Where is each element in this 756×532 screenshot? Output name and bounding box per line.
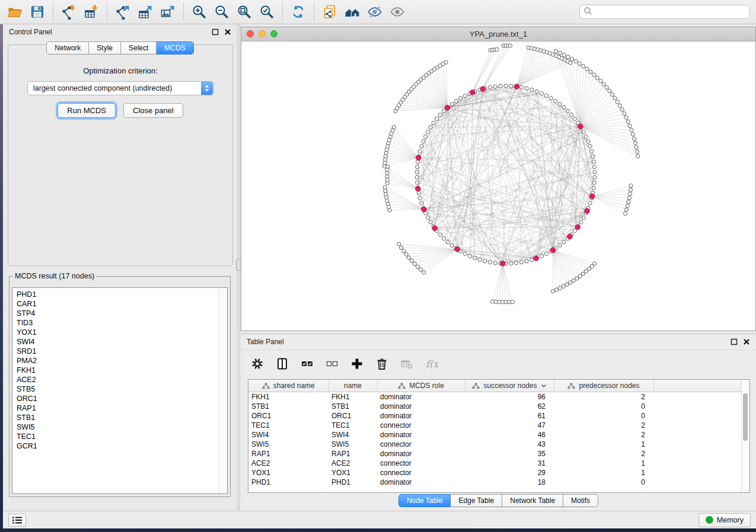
result-list-scrollbar[interactable] (218, 289, 227, 493)
table-cell[interactable]: 46 (465, 430, 554, 440)
table-cell[interactable]: STB1 (248, 402, 328, 411)
table-cell[interactable]: TEC1 (248, 421, 328, 430)
table-cell[interactable]: 96 (465, 392, 554, 402)
criterion-dropdown[interactable]: largest connected component (undirected) (27, 81, 213, 95)
table-cell[interactable]: dominator (377, 402, 465, 411)
table-cell[interactable]: 43 (465, 440, 554, 449)
zoom-selected-button[interactable] (256, 2, 278, 22)
mcds-result-item[interactable]: ACE2 (17, 375, 227, 384)
table-cell[interactable]: ORC1 (248, 411, 328, 421)
export-image-button[interactable] (157, 2, 179, 22)
search-box[interactable] (579, 5, 750, 19)
table-cell[interactable]: 2 (554, 449, 653, 459)
import-network-button[interactable] (58, 2, 80, 22)
table-cell[interactable]: ORC1 (328, 411, 377, 421)
mcds-result-item[interactable]: YOX1 (17, 328, 227, 337)
table-cell[interactable]: RAP1 (328, 449, 377, 459)
table-scrollbar[interactable] (741, 392, 749, 492)
column-header-predecessor-nodes[interactable]: predecessor nodes (554, 380, 653, 392)
table-cell[interactable]: SWI5 (248, 440, 328, 449)
mcds-result-item[interactable]: CAR1 (17, 299, 227, 309)
table-cell[interactable]: 0 (554, 477, 653, 487)
zoom-fit-button[interactable] (233, 2, 256, 22)
mcds-result-item[interactable]: RAP1 (17, 403, 227, 413)
table-cell[interactable]: FKH1 (248, 392, 328, 402)
mcds-result-item[interactable]: TID3 (17, 318, 227, 328)
open-file-button[interactable] (4, 2, 26, 22)
close-panel-icon[interactable] (224, 28, 231, 36)
network-canvas[interactable] (241, 41, 755, 331)
table-cell[interactable]: dominator (377, 392, 465, 402)
close-panel-button[interactable]: Close panel (123, 103, 183, 118)
tab-select[interactable]: Select (121, 41, 157, 55)
refresh-button[interactable] (287, 2, 310, 22)
network-graph[interactable] (241, 41, 755, 331)
table-cell[interactable]: connector (377, 459, 465, 468)
table-cell[interactable]: 1 (554, 440, 653, 449)
table-cell[interactable]: YOX1 (328, 468, 377, 477)
float-panel-icon[interactable] (731, 338, 738, 345)
table-cell[interactable]: 31 (465, 459, 554, 468)
memory-button[interactable]: Memory (698, 513, 751, 527)
mcds-result-item[interactable]: STP4 (17, 309, 227, 318)
table-cell[interactable]: PHD1 (328, 477, 377, 487)
table-cell[interactable]: dominator (377, 430, 465, 440)
column-header-name[interactable]: name (328, 380, 377, 392)
mcds-result-item[interactable]: SRD1 (17, 347, 227, 356)
table-cell[interactable]: 2 (554, 392, 653, 402)
table-cell[interactable]: SWI4 (248, 430, 328, 440)
table-cell[interactable]: dominator (377, 449, 465, 459)
table-cell[interactable]: 0 (554, 402, 653, 411)
tab-edge-table[interactable]: Edge Table (451, 494, 502, 507)
mcds-result-item[interactable]: SWI5 (17, 422, 227, 432)
table-cell[interactable]: 61 (465, 411, 554, 421)
minimize-window-icon[interactable] (259, 30, 266, 37)
table-cell[interactable]: dominator (377, 477, 465, 487)
table-cell[interactable]: TEC1 (328, 421, 377, 430)
mcds-result-item[interactable]: PMA2 (17, 356, 227, 366)
table-row[interactable]: RAP1RAP1dominator352 (248, 449, 742, 459)
table-row[interactable]: SWI4SWI4dominator462 (248, 430, 742, 440)
mcds-result-item[interactable]: ORC1 (17, 394, 227, 403)
show-panel-button[interactable] (386, 2, 409, 22)
table-cell[interactable]: connector (377, 468, 465, 477)
column-header-shared-name[interactable]: shared name (248, 380, 328, 392)
mcds-result-item[interactable]: GCR1 (17, 441, 227, 451)
run-mcds-button[interactable]: Run MCDS (58, 103, 116, 118)
tab-motifs[interactable]: Motifs (563, 494, 598, 507)
table-cell[interactable]: STB1 (328, 402, 377, 411)
table-row[interactable]: STB1STB1dominator620 (248, 402, 742, 411)
table-cell[interactable]: 62 (465, 402, 554, 411)
mcds-result-item[interactable]: SWI4 (17, 337, 227, 347)
search-input[interactable] (595, 7, 746, 17)
deselect-all-button[interactable] (323, 354, 342, 374)
delete-button[interactable] (372, 354, 391, 374)
table-cell[interactable]: SWI4 (328, 430, 377, 440)
table-row[interactable]: PHD1PHD1dominator180 (248, 477, 742, 487)
home-button[interactable] (341, 2, 363, 22)
table-cell[interactable]: RAP1 (248, 449, 328, 459)
table-row[interactable]: ACE2ACE2connector311 (248, 459, 742, 468)
zoom-in-button[interactable] (188, 2, 210, 22)
table-cell[interactable]: connector (377, 440, 465, 449)
close-window-icon[interactable] (247, 30, 254, 37)
export-network-button[interactable] (111, 2, 134, 22)
network-window-titlebar[interactable]: YPA_prune.txt_1 (241, 27, 755, 41)
table-row[interactable]: SWI5SWI5connector431 (248, 440, 742, 449)
mcds-result-list[interactable]: PHD1CAR1STP4TID3YOX1SWI4SRD1PMA2FKH1ACE2… (12, 287, 228, 494)
table-cell[interactable]: ACE2 (248, 459, 328, 468)
table-row[interactable]: FKH1FKH1dominator962 (248, 392, 742, 402)
mcds-result-item[interactable]: STB5 (17, 384, 227, 394)
save-session-button[interactable] (26, 2, 49, 22)
tab-node-table[interactable]: Node Table (398, 494, 451, 507)
table-cell[interactable]: 2 (554, 421, 653, 430)
mcds-result-item[interactable]: PHD1 (17, 290, 227, 299)
table-cell[interactable]: PHD1 (248, 477, 328, 487)
table-cell[interactable]: YOX1 (248, 468, 328, 477)
show-columns-button[interactable] (273, 354, 292, 374)
tab-mcds[interactable]: MCDS (157, 41, 193, 55)
tab-network[interactable]: Network (46, 41, 89, 55)
close-panel-icon[interactable] (743, 338, 750, 345)
table-cell[interactable]: 1 (554, 468, 653, 477)
float-panel-icon[interactable] (212, 28, 219, 36)
